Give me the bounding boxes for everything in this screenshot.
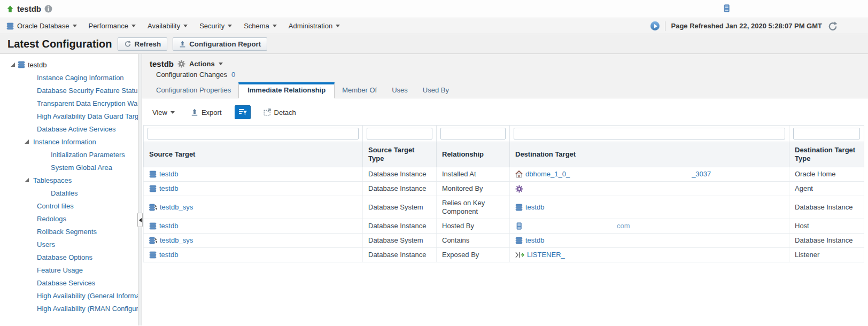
- menu-availability[interactable]: Availability: [148, 22, 188, 30]
- source-target-link[interactable]: testdb_sys: [160, 203, 193, 212]
- tree-item-high-availability-general[interactable]: High Availability (General Information: [0, 289, 138, 302]
- destination-target-link[interactable]: testdb: [525, 203, 544, 212]
- table-row: testdb Database Instance Hosted By com H…: [144, 219, 864, 234]
- tab-uses[interactable]: Uses: [384, 83, 415, 98]
- tree-item-tablespaces[interactable]: Tablespaces: [0, 174, 138, 187]
- table-row: testdb_sys Database System Contains test…: [144, 234, 864, 248]
- tree-item-control-files[interactable]: Control files: [0, 199, 138, 212]
- tree-item-database-security-feature-status[interactable]: Database Security Feature Status: [0, 84, 138, 97]
- chevron-down-icon: [183, 25, 188, 27]
- destination-target-link[interactable]: dbhome_1_0_: [525, 170, 570, 178]
- destination-target-link[interactable]: LISTENER_: [527, 251, 565, 259]
- tree-item-instance-caging-information[interactable]: Instance Caging Information: [0, 71, 138, 84]
- menu-performance[interactable]: Performance: [89, 22, 136, 30]
- target-header-band: testdb Actions Configuration Changes 0 C…: [142, 54, 868, 98]
- info-icon[interactable]: [44, 5, 52, 13]
- export-icon: [179, 41, 186, 48]
- refresh-icon: [124, 40, 131, 48]
- database-icon: [18, 61, 25, 68]
- source-target-link[interactable]: testdb_sys: [160, 236, 193, 245]
- tab-immediate-relationship[interactable]: Immediate Relationship: [238, 82, 335, 98]
- column-relationship[interactable]: Relationship: [437, 142, 510, 167]
- table-row: testdb Database Instance Installed At db…: [144, 167, 864, 182]
- filter-source-target-input[interactable]: [148, 128, 359, 139]
- database-instance-icon: [515, 237, 523, 244]
- tree-item-database-services[interactable]: Database Services: [0, 276, 138, 289]
- source-target-link[interactable]: testdb: [159, 170, 178, 178]
- collapse-left-icon: [139, 218, 142, 222]
- page-refresh-icon[interactable]: [827, 21, 838, 32]
- tab-member-of[interactable]: Member Of: [335, 83, 384, 98]
- menu-oracle-database[interactable]: Oracle Database: [6, 22, 77, 30]
- redacted-host-name: [731, 5, 827, 12]
- view-menu[interactable]: View: [152, 108, 175, 117]
- configuration-changes-label: Configuration Changes: [156, 71, 227, 79]
- tree-item-system-global-area[interactable]: System Global Area: [0, 161, 138, 174]
- auto-refresh-play-button[interactable]: [650, 21, 660, 30]
- configuration-report-button[interactable]: Configuration Report: [173, 37, 267, 51]
- configuration-changes-count[interactable]: 0: [231, 71, 235, 79]
- destination-target-link[interactable]: testdb: [525, 236, 544, 245]
- page-refreshed-text: Page Refreshed Jan 22, 2020 5:28:07 PM G…: [671, 22, 822, 30]
- tree-item-users[interactable]: Users: [0, 238, 138, 251]
- database-system-icon: [149, 237, 157, 244]
- expand-caret-icon[interactable]: [11, 63, 15, 67]
- tab-used-by[interactable]: Used By: [415, 83, 456, 98]
- destination-target-link[interactable]: com: [617, 222, 630, 230]
- menu-security[interactable]: Security: [199, 22, 232, 30]
- menu-administration[interactable]: Administration: [289, 22, 340, 30]
- database-instance-icon: [515, 204, 523, 211]
- export-button[interactable]: Export: [191, 108, 222, 117]
- database-instance-icon: [149, 170, 157, 178]
- tree-item-instance-information[interactable]: Instance Information: [0, 135, 138, 148]
- database-instance-icon: [149, 185, 157, 192]
- tree-item-database-options[interactable]: Database Options: [0, 251, 138, 263]
- chevron-down-icon: [273, 25, 277, 27]
- column-destination-target[interactable]: Destination Target: [510, 142, 789, 167]
- tree-item-database-active-services[interactable]: Database Active Services: [0, 122, 138, 135]
- refresh-button[interactable]: Refresh: [118, 37, 168, 51]
- filter-source-target-type-input[interactable]: [367, 128, 432, 139]
- expand-caret-icon[interactable]: [25, 139, 29, 144]
- detach-button[interactable]: Detach: [264, 108, 296, 117]
- redacted-text: [525, 222, 614, 230]
- filter-relationship-input[interactable]: [440, 128, 506, 139]
- tree-item-redologs[interactable]: Redologs: [0, 212, 138, 225]
- query-by-example-button[interactable]: [235, 105, 251, 119]
- tree-item-feature-usage[interactable]: Feature Usage: [0, 263, 138, 276]
- column-source-target[interactable]: Source Target: [144, 142, 363, 167]
- filter-row: [144, 126, 864, 142]
- relationship-table: Source Target Source Target Type Relatio…: [143, 125, 864, 262]
- target-title: testdb: [17, 4, 41, 13]
- top-bar: testdb: [0, 0, 868, 18]
- chevron-down-icon: [336, 25, 340, 27]
- database-icon: [6, 22, 14, 30]
- source-target-link[interactable]: testdb: [159, 222, 178, 230]
- tree-item-high-availability-rman[interactable]: High Availability (RMAN Configuration: [0, 302, 138, 315]
- relationship-tabs: Configuration Properties Immediate Relat…: [142, 82, 868, 98]
- actions-menu[interactable]: Actions: [189, 60, 215, 68]
- host-icon: [723, 4, 731, 12]
- column-destination-target-type[interactable]: Destination Target Type: [789, 142, 864, 167]
- tree-item-initialization-parameters[interactable]: Initialization Parameters: [0, 148, 138, 161]
- tab-configuration-properties[interactable]: Configuration Properties: [149, 83, 238, 98]
- redacted-text: [526, 185, 660, 192]
- filter-destination-target-type-input[interactable]: [793, 128, 860, 139]
- expand-caret-icon[interactable]: [25, 178, 29, 182]
- chevron-down-icon: [170, 111, 175, 114]
- menu-schema[interactable]: Schema: [244, 22, 277, 30]
- panel-splitter[interactable]: [138, 54, 142, 325]
- collapse-panel-button[interactable]: [137, 213, 143, 227]
- table-row: testdb Database Instance Monitored By Ag…: [144, 182, 864, 196]
- tree-item-testdb[interactable]: testdb: [0, 58, 138, 71]
- source-target-link[interactable]: testdb: [159, 251, 178, 259]
- tree-item-transparent-data-encryption-wallet[interactable]: Transparent Data Encryption Wallet: [0, 97, 138, 110]
- host-icon: [515, 222, 523, 230]
- column-source-target-type[interactable]: Source Target Type: [363, 142, 437, 167]
- source-target-link[interactable]: testdb: [159, 184, 178, 193]
- tree-item-rollback-segments[interactable]: Rollback Segments: [0, 225, 138, 238]
- tree-item-high-availability-data-guard[interactable]: High Availability Data Guard Target S: [0, 110, 138, 122]
- detach-icon: [264, 108, 271, 116]
- tree-item-datafiles[interactable]: Datafiles: [0, 187, 138, 199]
- filter-destination-target-input[interactable]: [514, 128, 785, 139]
